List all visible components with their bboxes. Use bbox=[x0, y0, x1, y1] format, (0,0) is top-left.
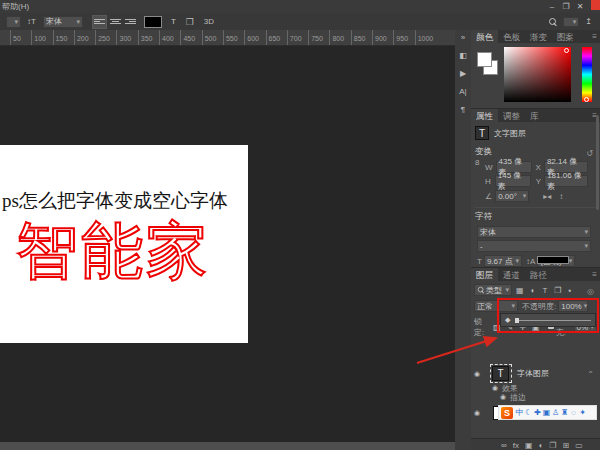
ruler-tick: 150 bbox=[53, 30, 74, 45]
y-field[interactable]: 181.06 像素 bbox=[544, 175, 588, 187]
tool-preset-dropdown[interactable]: ▾ bbox=[6, 16, 21, 28]
watermark-icon[interactable]: ♙ bbox=[551, 408, 560, 417]
watermark-icon[interactable]: ▣ bbox=[542, 408, 551, 417]
text-color-swatch[interactable] bbox=[144, 16, 162, 28]
filter-type-icon[interactable]: ▦ bbox=[516, 286, 524, 295]
browser-close-fragment bbox=[591, 0, 600, 10]
flip-horizontal-icon[interactable]: ▸◂ bbox=[543, 192, 551, 201]
layer-type-label: 文字图层 bbox=[494, 128, 526, 139]
tool-options-bar: ▾ ↕T 宋体▾ T ❐ 3D ▾ ↥ bbox=[0, 13, 600, 31]
share-icon[interactable]: ↥ bbox=[585, 17, 592, 26]
filter-type-icon[interactable]: ❐ bbox=[554, 286, 561, 295]
tab-swatches[interactable]: 色板 bbox=[498, 30, 525, 43]
height-field[interactable]: 145 像素 bbox=[495, 175, 531, 187]
ruler-tick: 750 bbox=[308, 30, 329, 45]
menu-item[interactable]: 帮助(H) bbox=[0, 1, 29, 12]
text-orientation-icon[interactable]: ↕T bbox=[27, 17, 36, 26]
filter-pin-icon[interactable]: ◎ bbox=[587, 285, 597, 296]
ruler-tick: 850 bbox=[351, 30, 372, 45]
toggle-panels-icon[interactable]: ❐ bbox=[186, 17, 194, 27]
panel-menu-icon[interactable]: ≡ bbox=[592, 268, 600, 281]
visibility-eye-icon[interactable]: ◉ bbox=[492, 384, 498, 392]
foreground-color-swatch[interactable] bbox=[477, 52, 492, 67]
filter-type-icon[interactable]: ▪ bbox=[568, 286, 571, 295]
tab-properties[interactable]: 属性 bbox=[471, 109, 498, 122]
panel-scrollbar[interactable] bbox=[596, 115, 599, 210]
character-section-header[interactable]: 字符 bbox=[475, 211, 492, 223]
close-button[interactable]: ✕ bbox=[573, 2, 587, 11]
tab-libraries[interactable]: 库 bbox=[525, 109, 544, 122]
filter-type-icon[interactable]: T bbox=[542, 286, 547, 295]
tab-color[interactable]: 颜色 bbox=[471, 30, 498, 43]
ruler-tick: 500 bbox=[202, 30, 223, 45]
character-color-swatch[interactable] bbox=[537, 256, 569, 264]
3d-button[interactable]: 3D bbox=[204, 17, 214, 26]
align-right-button[interactable] bbox=[124, 16, 137, 28]
layers-panel-tabs: 图层 通道 路径 ≡ bbox=[471, 268, 600, 281]
visibility-eye-icon[interactable]: ◉ bbox=[474, 409, 480, 417]
visibility-eye-icon[interactable]: ◉ bbox=[500, 393, 506, 401]
status-bar bbox=[0, 442, 455, 450]
align-center-button[interactable] bbox=[109, 16, 122, 28]
minimize-button[interactable]: – bbox=[545, 2, 559, 11]
layer-name[interactable]: 字体图层 bbox=[517, 368, 549, 379]
color-picker-marker[interactable] bbox=[564, 48, 569, 53]
tab-paths[interactable]: 路径 bbox=[525, 268, 552, 281]
sogou-logo[interactable]: S bbox=[501, 407, 513, 419]
layers-panel: 图层 通道 路径 ≡ 类型▾ ▦◐T❐▪ ◎ 正常▾ 不透明度: 100%▾ 锁… bbox=[471, 267, 600, 450]
link-dimensions-icon[interactable]: 8 bbox=[475, 158, 479, 167]
tab-patterns[interactable]: 图案 bbox=[552, 30, 579, 43]
transform-section-header[interactable]: 变换 bbox=[475, 146, 492, 158]
hue-marker[interactable] bbox=[584, 97, 589, 102]
reset-transform-icon[interactable]: ↺ bbox=[586, 147, 596, 158]
watermark-icon[interactable]: ✚ bbox=[533, 408, 542, 417]
watermark-icon[interactable]: ♜ bbox=[560, 408, 569, 417]
character-panel-icon[interactable]: A| bbox=[455, 87, 471, 96]
stroke-effect-label: 描边 bbox=[510, 392, 526, 403]
flip-vertical-icon[interactable]: ↕ bbox=[559, 192, 563, 201]
watermark-icon[interactable]: 中 bbox=[515, 407, 524, 418]
layers-footer-icon[interactable]: ∞ bbox=[501, 441, 507, 450]
layers-footer-icon[interactable]: ▭ bbox=[575, 441, 583, 450]
saturation-square[interactable] bbox=[504, 47, 571, 102]
watermark-icon[interactable]: ✦ bbox=[578, 408, 587, 417]
collapse-panels-icon[interactable]: » bbox=[455, 33, 471, 42]
font-family-dropdown[interactable]: 宋体▾ bbox=[477, 226, 591, 238]
font-family-dropdown[interactable]: 宋体▾ bbox=[43, 16, 83, 28]
warp-text-icon[interactable]: T bbox=[171, 19, 176, 25]
search-icon[interactable] bbox=[549, 18, 557, 26]
actions-panel-icon[interactable]: ▶ bbox=[455, 69, 471, 78]
tab-layers[interactable]: 图层 bbox=[471, 268, 498, 281]
hue-bar[interactable] bbox=[582, 47, 592, 102]
panel-menu-icon[interactable]: ≡ bbox=[592, 30, 600, 43]
effects-collapse-icon[interactable]: ⌃ bbox=[587, 368, 597, 379]
visibility-eye-icon[interactable]: ◉ bbox=[474, 370, 480, 378]
font-size-field[interactable]: 9.67 点▾ bbox=[484, 255, 522, 267]
tab-adjustments[interactable]: 调整 bbox=[498, 109, 525, 122]
layer-stroke-row[interactable]: ◉ 描边 bbox=[500, 393, 597, 401]
font-style-dropdown[interactable]: -▾ bbox=[477, 240, 591, 252]
tab-gradients[interactable]: 渐变 bbox=[525, 30, 552, 43]
layer-effects-row[interactable]: ◉ 效果 bbox=[492, 384, 597, 392]
watermark-icon[interactable]: ◌ bbox=[569, 408, 578, 417]
layer-row-text[interactable]: ◉ T 字体图层 ⌃ bbox=[474, 365, 597, 382]
restore-button[interactable]: ❐ bbox=[559, 2, 573, 11]
align-left-button[interactable] bbox=[92, 15, 107, 29]
tab-channels[interactable]: 通道 bbox=[498, 268, 525, 281]
filter-type-icon[interactable]: ◐ bbox=[531, 286, 536, 295]
layer-filter-dropdown[interactable]: 类型▾ bbox=[474, 284, 512, 296]
workspace-switcher[interactable]: ▾ bbox=[563, 17, 579, 27]
layers-footer-icon[interactable]: ◐ bbox=[539, 441, 544, 450]
document-canvas[interactable]: ps怎么把字体变成空心字体 智能家 bbox=[0, 145, 248, 343]
layer-selection-brackets bbox=[490, 364, 512, 383]
rotation-field[interactable]: 0.00°▾ bbox=[495, 190, 529, 202]
canvas-area[interactable]: ps怎么把字体变成空心字体 智能家 bbox=[0, 46, 455, 442]
watermark-icon[interactable]: ☾ bbox=[524, 408, 533, 417]
layers-footer-icon[interactable]: ⊞ bbox=[563, 441, 570, 450]
layers-footer-icon[interactable]: ❐ bbox=[549, 441, 556, 450]
color-panel-tabs: 颜色 色板 渐变 图案 ≡ bbox=[471, 30, 600, 43]
layers-footer-icon[interactable]: fx bbox=[513, 441, 519, 450]
layers-footer-icon[interactable]: ▣ bbox=[525, 441, 533, 450]
adjustments-panel-icon[interactable]: ◧ bbox=[455, 51, 471, 60]
paragraph-panel-icon[interactable]: ¶ bbox=[455, 105, 471, 114]
